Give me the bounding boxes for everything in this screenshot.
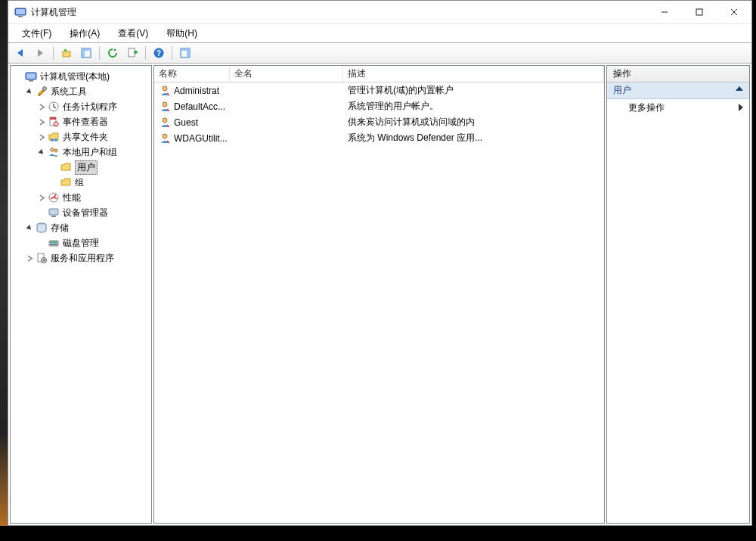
cell-description: 系统管理的用户帐户。 — [343, 100, 604, 113]
tree-label: 共享文件夹 — [63, 131, 108, 144]
list-body[interactable]: Administrat 管理计算机(域)的内置帐户 DefaultAcc... … — [154, 82, 604, 523]
expander-expand-icon[interactable] — [36, 132, 47, 142]
cell-name: DefaultAcc... — [174, 101, 225, 112]
tree-local-users-groups[interactable]: 本地用户和组 — [12, 145, 151, 160]
tree-task-scheduler[interactable]: 任务计划程序 — [12, 99, 151, 114]
svg-rect-30 — [49, 209, 58, 215]
up-level-button[interactable] — [57, 45, 76, 61]
svg-text:?: ? — [156, 49, 161, 58]
disk-icon — [48, 237, 60, 249]
user-icon — [159, 85, 171, 97]
titlebar[interactable]: 计算机管理 — [8, 1, 751, 23]
svg-point-41 — [163, 118, 167, 123]
expander-expand-icon[interactable] — [36, 192, 47, 203]
svg-rect-18 — [26, 73, 36, 79]
toolbar-separator — [145, 46, 146, 60]
cell-name: Guest — [174, 117, 198, 128]
svg-rect-9 — [82, 48, 85, 58]
back-button[interactable] — [11, 45, 29, 61]
list-row[interactable]: DefaultAcc... 系统管理的用户帐户。 — [154, 98, 604, 114]
toolbar-separator — [53, 46, 54, 60]
list-row[interactable]: WDAGUtilit... 系统为 Windows Defender 应用... — [154, 130, 604, 146]
tree-device-manager[interactable]: 设备管理器 — [12, 205, 151, 220]
event-viewer-icon — [48, 116, 60, 128]
tree-event-viewer[interactable]: 事件查看器 — [12, 114, 151, 129]
cell-description: 供来宾访问计算机或访问域的内 — [343, 116, 604, 129]
tree-shared-folders[interactable]: 共享文件夹 — [12, 129, 151, 145]
tree-storage[interactable]: 存储 — [12, 220, 151, 235]
list-row[interactable]: Guest 供来宾访问计算机或访问域的内 — [154, 114, 604, 130]
expander-collapse-icon[interactable] — [24, 222, 35, 233]
menu-action[interactable]: 操作(A) — [60, 26, 109, 42]
tree-disk-management[interactable]: 磁盘管理 — [12, 235, 151, 250]
export-list-button[interactable] — [123, 45, 141, 61]
main-area: 计算机管理(本地) 系统工具 任务计划程序 事件查看器 — [8, 64, 751, 525]
folder-icon — [60, 161, 72, 173]
list-header: 名称 全名 描述 — [154, 66, 604, 82]
minimize-button[interactable] — [647, 1, 682, 23]
tree-label: 服务和应用程序 — [51, 252, 114, 265]
toolbar: ? — [8, 42, 751, 64]
help-button[interactable]: ? — [150, 45, 168, 61]
tree-panel: 计算机管理(本地) 系统工具 任务计划程序 事件查看器 — [10, 65, 152, 524]
cell-description: 管理计算机(域)的内置帐户 — [343, 84, 604, 97]
maximize-button[interactable] — [682, 1, 717, 23]
svg-rect-4 — [696, 9, 702, 15]
tree-label: 本地用户和组 — [63, 146, 117, 159]
actions-section-label: 用户 — [613, 84, 631, 97]
actions-panel: 操作 用户 更多操作 — [606, 65, 750, 524]
svg-rect-7 — [63, 51, 70, 57]
tree-label: 任务计划程序 — [63, 101, 117, 113]
menu-help[interactable]: 帮助(H) — [157, 26, 206, 42]
tree-users[interactable]: 用户 — [12, 160, 151, 175]
column-header-description[interactable]: 描述 — [343, 66, 604, 82]
tree-services-apps[interactable]: 服务和应用程序 — [12, 250, 151, 266]
tree-label: 组 — [75, 176, 84, 189]
svg-rect-16 — [181, 48, 190, 51]
svg-point-42 — [163, 134, 167, 138]
forward-button[interactable] — [31, 45, 49, 61]
expander-icon — [36, 238, 47, 248]
tree-label: 磁盘管理 — [63, 237, 99, 250]
show-hide-action-pane-button[interactable] — [176, 45, 194, 61]
folder-icon — [60, 176, 72, 188]
tree-root[interactable]: 计算机管理(本地) — [12, 69, 151, 84]
expander-collapse-icon[interactable] — [24, 86, 35, 97]
toolbar-separator — [99, 46, 100, 60]
cell-name: Administrat — [174, 86, 219, 96]
collapse-icon — [736, 86, 743, 91]
users-groups-icon — [48, 146, 60, 158]
cell-name: WDAGUtilit... — [174, 133, 228, 144]
column-header-name[interactable]: 名称 — [154, 66, 230, 82]
menubar: 文件(F) 操作(A) 查看(V) 帮助(H) — [8, 23, 751, 42]
expander-expand-icon[interactable] — [36, 117, 47, 127]
tree-groups[interactable]: 组 — [12, 175, 151, 190]
column-header-fullname[interactable]: 全名 — [230, 66, 343, 82]
expander-expand-icon[interactable] — [24, 253, 35, 263]
tree-system-tools[interactable]: 系统工具 — [12, 84, 151, 99]
refresh-button[interactable] — [104, 45, 122, 61]
svg-point-20 — [43, 87, 47, 91]
storage-icon — [36, 222, 48, 234]
services-icon — [36, 252, 48, 264]
close-button[interactable] — [717, 1, 751, 23]
toolbar-separator — [172, 46, 172, 60]
expander-collapse-icon[interactable] — [36, 147, 47, 157]
expander-icon[interactable] — [14, 71, 24, 82]
svg-point-25 — [51, 138, 54, 141]
desktop-left-scrap — [0, 0, 8, 541]
tree-label: 系统工具 — [51, 86, 87, 98]
user-icon — [159, 117, 171, 129]
actions-more[interactable]: 更多操作 — [607, 99, 749, 116]
svg-rect-11 — [129, 48, 135, 57]
actions-more-label: 更多操作 — [628, 101, 665, 114]
menu-file[interactable]: 文件(F) — [13, 26, 60, 42]
expander-expand-icon[interactable] — [36, 101, 47, 112]
tree-performance[interactable]: 性能 — [12, 190, 151, 205]
menu-view[interactable]: 查看(V) — [109, 26, 157, 42]
tree-label: 计算机管理(本地) — [40, 70, 110, 83]
computer-management-icon — [14, 6, 26, 18]
list-row[interactable]: Administrat 管理计算机(域)的内置帐户 — [154, 82, 604, 98]
show-hide-tree-button[interactable] — [77, 45, 95, 61]
actions-section-users[interactable]: 用户 — [607, 82, 749, 99]
